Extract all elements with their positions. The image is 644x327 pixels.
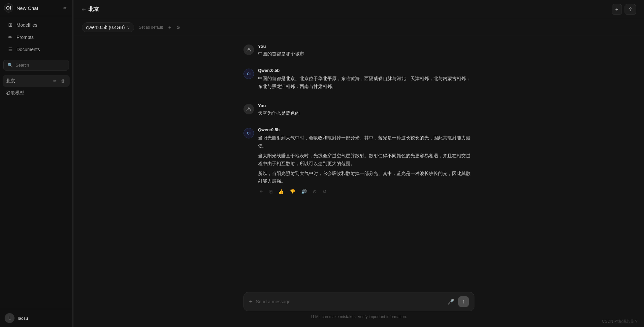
modelfiles-icon: ⊞ — [7, 22, 13, 28]
assistant-content-1: Qwen:0.5b 中国的首都是北京。北京位于华北平原，东临黄海，西隔威脊山脉与… — [258, 68, 474, 93]
assistant-text-2-p2: 当太阳光线垂直于地表时，光线会穿过空气层并散射。散射使得不同颜色的光更容易相遇，… — [258, 152, 474, 168]
microphone-button[interactable]: 🎤 — [446, 297, 456, 306]
user-avatar-2 — [243, 104, 254, 114]
chat-item-title: 北京 — [6, 78, 52, 84]
message-input[interactable] — [256, 299, 443, 304]
username: laosu — [18, 316, 28, 321]
chevron-down-icon: ∨ — [127, 25, 130, 30]
message-wrapper-user2: You 天空为什么是蓝色的 — [243, 103, 474, 119]
sidebar: OI New Chat ✏ ⊞ Modelfiles ✏ Prompts ☰ D… — [0, 0, 73, 327]
prompts-icon: ✏ — [7, 34, 13, 40]
assistant-label-2: Qwen:0.5b — [258, 127, 474, 132]
chat-messages: You 中国的首都是哪个城市 OI Qwen:0.5b 中国的首都是北京。北京位… — [74, 36, 644, 287]
assistant-text-2-p3: 所以，当阳光照射到大气中时，它会吸收和散射掉一部分光。其中，蓝光是一种波长较长的… — [258, 170, 474, 186]
thumbs-down-button[interactable]: 👎 — [288, 188, 297, 195]
search-bar[interactable]: 🔍 Search — [3, 60, 69, 71]
chat-history: 北京 ✏ 🗑 谷歌模型 — [0, 73, 72, 309]
chat-title: 北京 — [88, 6, 99, 13]
model-pill[interactable]: qwen:0.5b (0.4GB) ∨ — [82, 22, 134, 32]
model-actions: + ⚙ — [166, 23, 182, 31]
model-default-label: Set as default — [139, 25, 163, 30]
microphone-icon: 🎤 — [448, 299, 454, 305]
avatar-initial: L — [9, 316, 11, 320]
user-text-1: 中国的首都是哪个城市 — [258, 50, 474, 57]
share-button[interactable]: ⇪ — [625, 4, 636, 15]
chat-edit-button[interactable]: ✏ — [52, 78, 58, 84]
chat-input-area: + 🎤 ↑ LLMs can make mistakes. Verify imp… — [74, 287, 644, 327]
sidebar-bottom: L laosu — [0, 309, 72, 327]
chat-item-title: 谷歌模型 — [6, 90, 24, 95]
edit-message-button[interactable]: ✏ — [258, 188, 265, 195]
chat-item-actions: ✏ 🗑 — [52, 78, 66, 84]
chat-delete-button[interactable]: 🗑 — [59, 78, 66, 84]
chat-title-area: ✏ 北京 — [82, 6, 99, 13]
search-icon: 🔍 — [8, 63, 13, 68]
user-label-2: You — [258, 103, 474, 108]
disclaimer-text: LLMs can make mistakes. Verify important… — [311, 314, 407, 319]
documents-icon: ☰ — [7, 46, 13, 52]
speaker-button[interactable]: 🔊 — [300, 188, 308, 195]
new-chat-button[interactable]: OI New Chat — [4, 3, 62, 13]
user-message-2: You 天空为什么是蓝色的 — [243, 103, 474, 117]
message-wrapper-assistant1: OI Qwen:0.5b 中国的首都是北京。北京位于华北平原，东临黄海，西隔威脊… — [243, 68, 474, 95]
send-icon: ↑ — [462, 299, 465, 305]
message-wrapper-user1: You 中国的首都是哪个城市 — [243, 44, 474, 60]
model-settings-button[interactable]: ⚙ — [174, 23, 182, 31]
sidebar-item-label: Modelfiles — [16, 22, 37, 28]
thumbs-up-button[interactable]: 👍 — [276, 188, 285, 195]
assistant-text-2-p1: 当阳光照射到大气中时，会吸收和散射掉一部分光。其中，蓝光是一种波长较长的光，因此… — [258, 134, 474, 150]
input-box: + 🎤 ↑ — [243, 292, 474, 311]
sidebar-item-documents[interactable]: ☰ Documents — [2, 44, 70, 55]
model-add-button[interactable]: + — [166, 23, 173, 31]
info-button[interactable]: ⊙ — [311, 188, 318, 195]
chat-title-edit-icon: ✏ — [82, 7, 86, 12]
user-text-2: 天空为什么是蓝色的 — [258, 109, 474, 117]
assistant-message-1: OI Qwen:0.5b 中国的首都是北京。北京位于华北平原，东临黄海，西隔威脊… — [243, 68, 474, 93]
model-name: qwen:0.5b (0.4GB) — [86, 25, 125, 30]
edit-icon: ✏ — [63, 6, 67, 11]
add-to-chat-button[interactable]: + — [612, 4, 622, 15]
search-label: Search — [16, 63, 29, 68]
chat-header: ✏ 北京 + ⇪ — [74, 0, 644, 19]
new-chat-label: New Chat — [16, 5, 38, 11]
assistant-message-2: OI Qwen:0.5b 当阳光照射到大气中时，会吸收和散射掉一部分光。其中，蓝… — [243, 127, 474, 195]
add-icon: + — [615, 7, 618, 13]
assistant-label-1: Qwen:0.5b — [258, 68, 474, 73]
sidebar-item-modelfiles[interactable]: ⊞ Modelfiles — [2, 19, 70, 31]
user-avatar-1 — [243, 45, 254, 55]
chat-history-item-beijing[interactable]: 北京 ✏ 🗑 — [3, 75, 70, 87]
user-label-1: You — [258, 44, 474, 49]
sidebar-item-label: Documents — [16, 47, 40, 52]
assistant-avatar-2: OI — [243, 128, 254, 138]
watermark-text: CSDN @杨浦老苏 ? — [602, 319, 637, 324]
input-add-button[interactable]: + — [249, 298, 253, 305]
sidebar-top: OI New Chat ✏ — [0, 0, 72, 16]
message-wrapper-assistant2: OI Qwen:0.5b 当阳光照射到大气中时，会吸收和散射掉一部分光。其中，蓝… — [243, 127, 474, 198]
sidebar-item-label: Prompts — [16, 35, 34, 40]
user-message-1: You 中国的首都是哪个城市 — [243, 44, 474, 57]
assistant-text-1-p1: 中国的首都是北京。北京位于华北平原，东临黄海，西隔威脊山脉与河北、天津相邻，北与… — [258, 75, 474, 91]
user-content-1: You 中国的首都是哪个城市 — [258, 44, 474, 57]
assistant-avatar-1: OI — [243, 69, 254, 79]
chat-history-item-googlemodel[interactable]: 谷歌模型 — [3, 87, 70, 99]
copy-message-button[interactable]: ⎘ — [268, 188, 274, 195]
user-content-2: You 天空为什么是蓝色的 — [258, 103, 474, 117]
plus-icon: + — [249, 298, 253, 305]
avatar: L — [5, 313, 15, 323]
edit-icon-button[interactable]: ✏ — [62, 4, 68, 12]
sidebar-nav: ⊞ Modelfiles ✏ Prompts ☰ Documents — [0, 16, 72, 58]
regenerate-button[interactable]: ↺ — [321, 188, 328, 195]
header-actions: + ⇪ — [612, 4, 636, 15]
csdn-watermark: CSDN @杨浦老苏 ? — [602, 319, 637, 324]
sidebar-item-prompts[interactable]: ✏ Prompts — [2, 31, 70, 43]
message-actions-2: ✏ ⎘ 👍 👎 🔊 ⊙ ↺ — [258, 188, 474, 195]
send-button[interactable]: ↑ — [458, 296, 469, 307]
logo-icon: OI — [4, 3, 13, 13]
assistant-content-2: Qwen:0.5b 当阳光照射到大气中时，会吸收和散射掉一部分光。其中，蓝光是一… — [258, 127, 474, 195]
model-selector: qwen:0.5b (0.4GB) ∨ Set as default + ⚙ — [74, 19, 644, 36]
input-right-actions: 🎤 ↑ — [446, 296, 469, 307]
main-content: ✏ 北京 + ⇪ qwen:0.5b (0.4GB) ∨ Set as defa… — [74, 0, 644, 327]
share-icon: ⇪ — [628, 6, 632, 13]
